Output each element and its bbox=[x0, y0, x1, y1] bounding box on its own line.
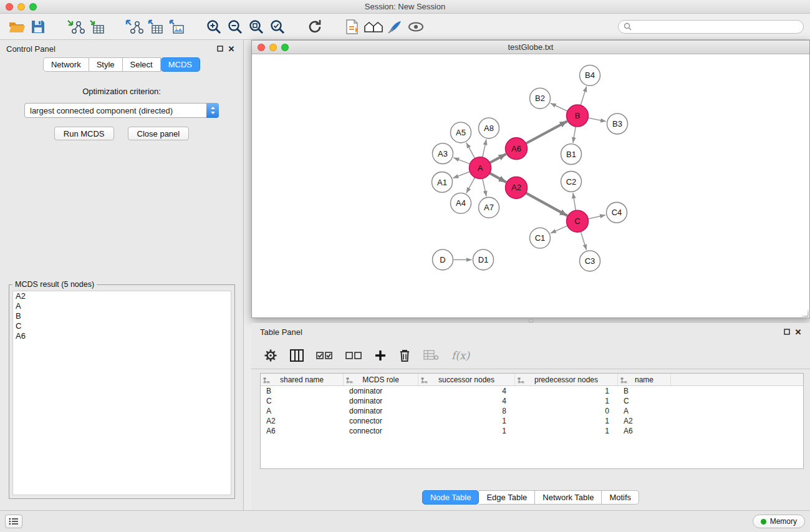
graph-edge-A6-B[interactable] bbox=[526, 121, 567, 143]
splitter-handle[interactable] bbox=[529, 319, 533, 322]
graph-edge-B-B2[interactable] bbox=[551, 103, 567, 111]
network-zoom-button[interactable] bbox=[281, 44, 289, 51]
graph-edge-C-C1[interactable] bbox=[551, 226, 567, 233]
column-header-shared-name[interactable]: shared name bbox=[261, 374, 344, 385]
graph-edge-A-A4[interactable] bbox=[466, 177, 475, 193]
network-close-button[interactable] bbox=[258, 44, 265, 51]
graph-edge-A-A5[interactable] bbox=[466, 143, 475, 158]
table-tab-node-table[interactable]: Node Table bbox=[422, 490, 480, 505]
graph-node-B[interactable]: B bbox=[567, 105, 589, 127]
graph-node-C[interactable]: C bbox=[567, 210, 589, 232]
graph-edge-B-B3[interactable] bbox=[588, 118, 606, 122]
delete-column-button[interactable] bbox=[398, 344, 411, 367]
optimization-criterion-select[interactable]: largest connected component (directed) bbox=[24, 103, 219, 118]
mcds-result-item[interactable]: A2 bbox=[13, 291, 231, 301]
graph-node-A4[interactable]: A4 bbox=[451, 193, 471, 213]
table-close-panel-button[interactable]: ✕ bbox=[793, 326, 804, 337]
column-header-name[interactable]: name bbox=[618, 374, 671, 385]
float-panel-button[interactable] bbox=[215, 43, 226, 54]
graph-node-D[interactable]: D bbox=[433, 249, 453, 270]
graph-node-B1[interactable]: B1 bbox=[561, 144, 582, 165]
first-neighbors-button[interactable] bbox=[363, 16, 384, 38]
select-all-columns-button[interactable] bbox=[316, 344, 333, 367]
mcds-result-list[interactable]: A2ABCA6 bbox=[12, 291, 231, 495]
graph-edge-A2-C[interactable] bbox=[526, 193, 567, 216]
minimize-window-button[interactable] bbox=[17, 3, 25, 11]
graph-node-C4[interactable]: C4 bbox=[607, 202, 627, 223]
graph-edge-A-A6[interactable] bbox=[489, 154, 506, 163]
tab-select[interactable]: Select bbox=[123, 57, 161, 72]
open-session-button[interactable] bbox=[6, 16, 27, 38]
graph-edge-A-A7[interactable] bbox=[483, 178, 486, 196]
column-header-MCDS-role[interactable]: MCDS role bbox=[344, 374, 418, 385]
zoom-in-button[interactable] bbox=[203, 16, 224, 38]
zoom-out-button[interactable] bbox=[224, 16, 246, 38]
show-hide-button[interactable] bbox=[405, 16, 427, 38]
table-settings-button[interactable] bbox=[264, 344, 277, 367]
import-network-button[interactable] bbox=[65, 16, 86, 38]
graph-edge-B-B1[interactable] bbox=[573, 127, 576, 143]
table-tab-motifs[interactable]: Motifs bbox=[602, 490, 639, 505]
graph-edge-C-C2[interactable] bbox=[573, 193, 576, 210]
graph-edge-A-A8[interactable] bbox=[483, 139, 486, 157]
search-input[interactable] bbox=[632, 22, 798, 31]
graph-node-A1[interactable]: A1 bbox=[432, 172, 453, 193]
column-header-successor-nodes[interactable]: successor nodes bbox=[418, 374, 515, 385]
table-row[interactable]: A6connector11A6 bbox=[261, 426, 803, 436]
save-session-button[interactable] bbox=[27, 16, 49, 38]
import-table-button[interactable] bbox=[86, 16, 107, 38]
graph-node-A8[interactable]: A8 bbox=[479, 118, 499, 138]
table-tab-edge-table[interactable]: Edge Table bbox=[479, 490, 535, 505]
graph-node-B2[interactable]: B2 bbox=[530, 88, 551, 109]
graph-node-C2[interactable]: C2 bbox=[561, 172, 582, 192]
delete-table-button[interactable] bbox=[423, 344, 439, 367]
table-row[interactable]: Bdominator41B bbox=[261, 386, 803, 396]
mcds-result-item[interactable]: A6 bbox=[13, 331, 231, 341]
apply-layout-button[interactable] bbox=[304, 16, 325, 38]
network-document-button[interactable] bbox=[342, 16, 363, 38]
zoom-selected-button[interactable] bbox=[267, 16, 288, 38]
tab-style[interactable]: Style bbox=[89, 57, 123, 72]
search-box[interactable] bbox=[618, 20, 804, 34]
graph-node-C3[interactable]: C3 bbox=[580, 251, 600, 271]
dropdown-stepper[interactable] bbox=[206, 103, 219, 118]
graph-edge-A-A2[interactable] bbox=[489, 173, 506, 183]
table-row[interactable]: Adominator80A bbox=[261, 406, 803, 416]
deselect-all-columns-button[interactable] bbox=[345, 344, 362, 367]
close-panel-button[interactable]: ✕ bbox=[226, 43, 237, 54]
close-window-button[interactable] bbox=[6, 3, 13, 11]
table-row[interactable]: Cdominator41C bbox=[261, 396, 803, 406]
network-window-titlebar[interactable]: testGlobe.txt bbox=[252, 41, 809, 54]
function-builder-button[interactable]: f(x) bbox=[451, 344, 470, 367]
graph-node-B3[interactable]: B3 bbox=[607, 114, 628, 134]
network-canvas[interactable]: AA1A2A3A4A5A6A7A8BB1B2B3B4CC1C2C3C4DD1 bbox=[252, 55, 809, 317]
tab-mcds[interactable]: MCDS bbox=[161, 57, 200, 72]
graph-edge-A-A3[interactable] bbox=[453, 158, 470, 164]
graph-edge-C-C3[interactable] bbox=[581, 231, 586, 249]
show-columns-button[interactable] bbox=[290, 344, 304, 367]
mcds-result-item[interactable]: A bbox=[13, 301, 231, 311]
network-minimize-button[interactable] bbox=[269, 44, 277, 51]
graph-node-A3[interactable]: A3 bbox=[433, 143, 453, 164]
mcds-result-item[interactable]: B bbox=[13, 311, 231, 321]
column-header-predecessor-nodes[interactable]: predecessor nodes bbox=[515, 374, 618, 385]
graph-edge-A-A1[interactable] bbox=[453, 172, 470, 178]
close-panel-action-button[interactable]: Close panel bbox=[128, 127, 190, 140]
graph-node-A[interactable]: A bbox=[470, 157, 491, 179]
memory-button[interactable]: Memory bbox=[753, 515, 805, 528]
table-row[interactable]: A2connector11A2 bbox=[261, 416, 803, 426]
graph-node-A5[interactable]: A5 bbox=[451, 122, 471, 143]
graph-edge-C-C4[interactable] bbox=[588, 215, 605, 219]
tab-network[interactable]: Network bbox=[43, 57, 89, 72]
graph-edge-B-B4[interactable] bbox=[581, 86, 587, 105]
annotation-button[interactable] bbox=[384, 16, 405, 38]
resize-grip-icon[interactable] bbox=[801, 309, 809, 317]
export-network-button[interactable] bbox=[123, 16, 145, 38]
export-table-button[interactable] bbox=[145, 16, 166, 38]
export-image-button[interactable] bbox=[166, 16, 187, 38]
graph-node-D1[interactable]: D1 bbox=[473, 249, 494, 270]
graph-node-B4[interactable]: B4 bbox=[580, 65, 600, 85]
mcds-result-item[interactable]: C bbox=[13, 321, 231, 331]
graph-node-A7[interactable]: A7 bbox=[479, 197, 499, 218]
table-tab-network-table[interactable]: Network Table bbox=[535, 490, 602, 505]
